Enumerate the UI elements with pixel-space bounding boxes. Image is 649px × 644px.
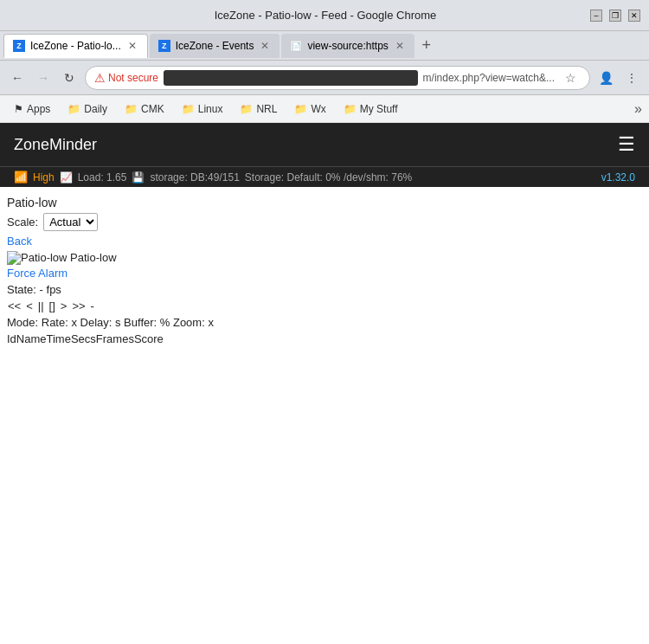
camera-image-label: Patio-low — [70, 251, 116, 264]
play-button[interactable]: > — [60, 299, 68, 312]
title-bar: IceZone - Patio-low - Feed - Google Chro… — [0, 0, 649, 31]
tab-close-1[interactable]: ✕ — [126, 40, 138, 52]
network-check-icon: 📶 — [14, 171, 28, 184]
rewind-button[interactable]: << — [7, 299, 22, 312]
bookmark-linux[interactable]: 📁 Linux — [175, 100, 230, 118]
bookmark-apps-label: Apps — [27, 103, 50, 115]
zm-title: ZoneMinder — [14, 136, 97, 154]
bookmark-linux-label: Linux — [198, 103, 223, 115]
bookmark-cmk[interactable]: 📁 CMK — [118, 100, 171, 118]
chrome-menu-button[interactable]: ⋮ — [621, 68, 642, 88]
tab-close-2[interactable]: ✕ — [259, 40, 271, 52]
stop-button[interactable]: [] — [48, 299, 56, 312]
zm-status-bar: 📶 High 📈 Load: 1.65 💾 storage: DB:49/151… — [0, 166, 649, 187]
tab-label-2: IceZone - Events — [176, 40, 254, 52]
bookmark-wx-label: Wx — [311, 103, 325, 115]
back-link[interactable]: Back — [7, 235, 642, 248]
close-button[interactable]: ✕ — [628, 10, 640, 22]
storage-db-text: storage: DB:49/151 — [150, 171, 239, 184]
address-masked — [164, 70, 418, 86]
window-controls: – ❐ ✕ — [590, 10, 640, 22]
bookmark-nrl[interactable]: 📁 NRL — [233, 100, 284, 118]
load-text: Load: 1.65 — [78, 171, 127, 184]
bookmark-daily[interactable]: 📁 Daily — [61, 100, 114, 118]
pause-button[interactable]: || — [37, 299, 45, 312]
bookmark-wx[interactable]: 📁 Wx — [287, 100, 332, 118]
table-header-row: IdNameTimeSecsFramesScore — [7, 332, 642, 345]
scale-row: Scale: Actual 25% 50% 75% 100% 150% 200% — [7, 213, 642, 231]
linux-bookmark-icon: 📁 — [182, 103, 195, 115]
controls-row: << < || [] > >> - — [7, 299, 642, 312]
hamburger-menu-button[interactable]: ☰ — [618, 133, 635, 156]
bookmarks-bar: ⚑ Apps 📁 Daily 📁 CMK 📁 Linux 📁 NRL 📁 Wx … — [0, 95, 649, 123]
daily-bookmark-icon: 📁 — [67, 103, 80, 115]
bookmarks-more-button[interactable]: » — [634, 101, 642, 117]
back-button[interactable]: ← — [7, 68, 28, 88]
fastforward-button[interactable]: >> — [71, 299, 86, 312]
reload-button[interactable]: ↻ — [59, 68, 80, 88]
tab-favicon-2: Z — [158, 40, 170, 52]
warning-icon: ⚠ — [94, 71, 106, 85]
tab-1[interactable]: Z IceZone - Patio-lo... ✕ — [3, 34, 148, 58]
bookmark-nrl-label: NRL — [256, 103, 277, 115]
scale-select[interactable]: Actual 25% 50% 75% 100% 150% 200% — [43, 213, 98, 231]
window-title: IceZone - Patio-low - Feed - Google Chro… — [61, 9, 590, 22]
camera-image — [7, 251, 67, 265]
tab-favicon-1: Z — [13, 40, 25, 52]
tab-label-1: IceZone - Patio-lo... — [30, 40, 121, 52]
apps-bookmark-icon: ⚑ — [14, 103, 23, 115]
network-status-text: High — [33, 171, 55, 184]
tab-3[interactable]: 📄 view-source:https ✕ — [281, 34, 414, 58]
trending-up-icon: 📈 — [60, 171, 73, 184]
not-secure-text: Not secure — [108, 72, 158, 84]
wx-bookmark-icon: 📁 — [294, 103, 307, 115]
tab-label-3: view-source:https — [307, 40, 388, 52]
state-row: State: - fps — [7, 283, 642, 296]
prev-button[interactable]: < — [25, 299, 34, 312]
camera-image-row: Patio-low — [7, 251, 642, 265]
zm-content: Patio-low Scale: Actual 25% 50% 75% 100%… — [0, 187, 649, 354]
bookmark-mystuff[interactable]: 📁 My Stuff — [337, 100, 405, 118]
forward-button[interactable]: → — [33, 68, 54, 88]
cmk-bookmark-icon: 📁 — [125, 103, 138, 115]
not-secure-indicator: ⚠ Not secure — [94, 71, 158, 85]
restore-button[interactable]: ❐ — [609, 10, 621, 22]
chrome-profile-button[interactable]: 👤 — [595, 68, 616, 88]
minimize-button[interactable]: – — [590, 10, 602, 22]
address-bar-row: ← → ↻ ⚠ Not secure m/index.php?view=watc… — [0, 61, 649, 95]
zm-version-text: v1.32.0 — [601, 171, 635, 184]
tab-favicon-3: 📄 — [290, 40, 302, 52]
force-alarm-link[interactable]: Force Alarm — [7, 267, 642, 280]
tab-2[interactable]: Z IceZone - Events ✕ — [150, 34, 280, 58]
new-tab-button[interactable]: + — [416, 35, 437, 56]
address-box[interactable]: ⚠ Not secure m/index.php?view=watch&... … — [85, 66, 590, 90]
zm-header: ZoneMinder ☰ — [0, 123, 649, 166]
minus-button[interactable]: - — [90, 299, 95, 312]
address-url: m/index.php?view=watch&... — [423, 72, 555, 84]
tab-bar: Z IceZone - Patio-lo... ✕ Z IceZone - Ev… — [0, 31, 649, 61]
scale-label: Scale: — [7, 216, 38, 229]
nrl-bookmark-icon: 📁 — [240, 103, 253, 115]
storage-default-text: Storage: Default: 0% /dev/shm: 76% — [245, 171, 412, 184]
bookmark-mystuff-label: My Stuff — [360, 103, 398, 115]
storage-icon: 💾 — [132, 171, 145, 184]
mode-row: Mode: Rate: x Delay: s Buffer: % Zoom: x — [7, 316, 642, 329]
mystuff-bookmark-icon: 📁 — [344, 103, 357, 115]
bookmark-cmk-label: CMK — [141, 103, 164, 115]
bookmark-daily-label: Daily — [84, 103, 107, 115]
camera-name: Patio-low — [7, 196, 642, 209]
bookmark-star-button[interactable]: ☆ — [560, 68, 581, 88]
tab-close-3[interactable]: ✕ — [394, 40, 406, 52]
bookmark-apps[interactable]: ⚑ Apps — [7, 100, 57, 118]
